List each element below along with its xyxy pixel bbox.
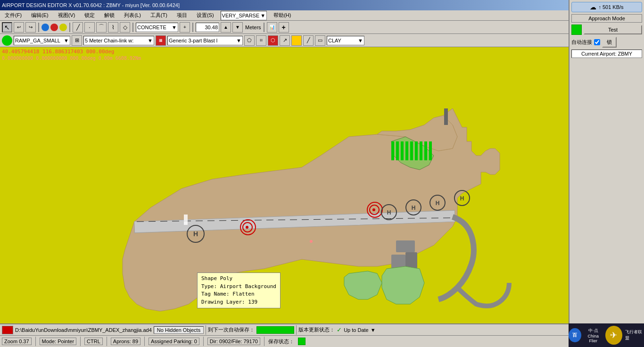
test-button[interactable]: Test — [584, 25, 642, 34]
separator1 — [38, 23, 39, 32]
svg-rect-27 — [391, 141, 394, 160]
redo-button[interactable]: ↪ — [25, 22, 36, 33]
runway-icon[interactable]: ▭ — [315, 35, 325, 46]
file-error-indicator — [2, 326, 13, 334]
hidden-objects-badge: No Hidden Objects — [154, 326, 204, 334]
color-blue[interactable] — [41, 24, 49, 31]
status-row2: Zoom 0.37 Mode: Pointer CTRL Aprons: 89 … — [0, 336, 569, 347]
toolbar1: ↖ ↩ ↪ ╱ · ⌒ ⌇ ◇ CONCRETE ▼ + ▲ ▼ Meters … — [0, 21, 644, 34]
check-icon: ✓ — [337, 326, 342, 333]
svg-text:H: H — [387, 209, 391, 216]
status-row1: D:\BaiduYunDownload\mmiyun\ZBMY_ADEX_zha… — [0, 324, 569, 336]
menu-bar: 文件(F) 编辑(E) 视图(V) 锁定 解锁 列表(L) 工具(T) 项目 设… — [0, 10, 644, 21]
dot-tool[interactable]: · — [84, 22, 95, 33]
surface-plus-button[interactable]: + — [180, 22, 190, 33]
menu-list[interactable]: 列表(L) — [121, 11, 143, 20]
autosave-label: 到下一次自动保存： — [208, 326, 255, 333]
svg-marker-26 — [344, 271, 382, 299]
color-yellow[interactable] — [59, 24, 67, 31]
menu-edit[interactable]: 编辑(E) — [28, 11, 51, 20]
airport-map[interactable]: H H H H H — [0, 47, 569, 323]
menu-project[interactable]: 项目 — [174, 11, 190, 20]
sparse-dropdown[interactable]: VERY_SPARSE ▼ — [221, 11, 267, 20]
menu-help[interactable]: 帮助(H) — [271, 11, 294, 20]
yellow-color-swatch[interactable] — [291, 35, 302, 46]
current-airport-bar: Current Airport: ZBMY — [571, 50, 642, 58]
grid-icon[interactable]: ⊞ — [72, 35, 82, 46]
line-tool[interactable]: ╱ — [73, 22, 83, 33]
color-red[interactable] — [50, 24, 58, 31]
add-button[interactable]: + — [279, 22, 289, 33]
status-indicator — [2, 35, 12, 46]
chart-tool[interactable]: 📊 — [267, 22, 277, 33]
plane-icon: ✈ — [605, 326, 622, 345]
svg-rect-35 — [429, 141, 432, 160]
node-tool[interactable]: ◇ — [120, 22, 130, 33]
separator3 — [132, 23, 133, 32]
svg-rect-29 — [401, 141, 404, 160]
curve-tool[interactable]: ⌒ — [96, 22, 107, 33]
menu-unlock[interactable]: 解锁 — [101, 11, 117, 20]
cloud-icon: ☁ — [590, 3, 596, 11]
update-status-text: Up to Date — [344, 327, 369, 333]
menu-settings[interactable]: 设置(S) — [194, 11, 217, 20]
svg-rect-5 — [184, 215, 188, 225]
surface-type-dropdown[interactable]: CONCRETE ▼ — [136, 23, 178, 32]
menu-view[interactable]: 视图(V) — [55, 11, 78, 20]
auto-connect-label: 自动连接 — [571, 39, 592, 46]
network-speed: ↑ 501 KB/s — [598, 4, 623, 10]
svg-point-36 — [310, 240, 313, 243]
separator2 — [69, 23, 70, 32]
svg-rect-30 — [405, 141, 408, 160]
status-separator8 — [264, 337, 264, 346]
auto-connect-checkbox[interactable] — [594, 39, 600, 45]
tangent-tool[interactable]: ⌗ — [256, 35, 266, 46]
auto-connect-row: 自动连接 锁 — [571, 37, 642, 48]
zoom-display: Zoom 0.37 — [2, 338, 32, 345]
menu-lock[interactable]: 锁定 — [82, 11, 98, 20]
elevation-input[interactable] — [196, 23, 219, 32]
shape-tool[interactable]: ⌇ — [108, 22, 118, 33]
diagonal-tool[interactable]: ╱ — [303, 35, 314, 46]
svg-marker-25 — [382, 266, 424, 304]
dropdown-arrow: ▼ — [371, 327, 376, 333]
bottom-right-logo: 百 中·点 China Flier ✈ 飞行者联盟 — [569, 323, 644, 347]
undo-button[interactable]: ↩ — [14, 22, 24, 33]
svg-text:H: H — [436, 200, 440, 207]
autosave-progress-bar — [256, 326, 294, 334]
toolbar2: RAMP_GA_SMALL ▼ ⊞ 5 Meter Chain-link w: … — [0, 34, 644, 47]
version-label: 版本更新状态： — [298, 326, 335, 333]
fence-type-dropdown[interactable]: 5 Meter Chain-link w: ▼ — [83, 36, 154, 45]
green-indicator — [571, 25, 582, 35]
elevation-up[interactable]: ▲ — [221, 22, 231, 33]
svg-point-20 — [372, 208, 375, 211]
save-state-label: 保存状态： — [268, 338, 294, 345]
svg-rect-37 — [444, 108, 448, 125]
svg-text:H: H — [193, 230, 198, 238]
blast-type-dropdown[interactable]: Generic 3-part Blast l ▼ — [167, 36, 243, 45]
canvas-area[interactable]: 40.405794418 116.886317403 000.00deg 0.0… — [0, 47, 569, 323]
status-separator4 — [80, 337, 81, 346]
svg-rect-24 — [396, 240, 415, 252]
save-state-indicator — [298, 338, 305, 345]
status-separator2 — [296, 325, 297, 335]
pointer-tool[interactable]: ↖ — [2, 22, 12, 33]
status-separator3 — [35, 337, 36, 346]
polygon-tool[interactable]: ⬠ — [244, 35, 255, 46]
china-flier-text: 中·点 China Flier — [584, 328, 603, 343]
menu-file[interactable]: 文件(F) — [2, 11, 25, 20]
separator4 — [192, 23, 193, 32]
lock-button[interactable]: 锁 — [602, 37, 617, 48]
approach-mode-label: Approach Mode — [571, 14, 642, 23]
arrow-tool[interactable]: ↗ — [280, 35, 290, 46]
file-path: D:\BaiduYunDownload\mmiyun\ZBMY_ADEX_zha… — [15, 327, 152, 333]
network-status: ☁ ↑ 501 KB/s — [571, 2, 642, 12]
ramp-type-dropdown[interactable]: RAMP_GA_SMALL ▼ — [14, 36, 70, 45]
hex-tool[interactable]: ⬡ — [268, 35, 278, 46]
material-dropdown[interactable]: CLAY ▼ — [327, 36, 364, 45]
mode-display: Mode: Pointer — [40, 338, 76, 345]
version-status: ✓ Up to Date ▼ — [337, 326, 375, 333]
title-bar: AIRPORT DESIGN EDITOR X v01.70.6042 : ZB… — [0, 0, 644, 10]
elevation-down[interactable]: ▼ — [232, 22, 243, 33]
menu-tools[interactable]: 工具(T) — [148, 11, 170, 20]
